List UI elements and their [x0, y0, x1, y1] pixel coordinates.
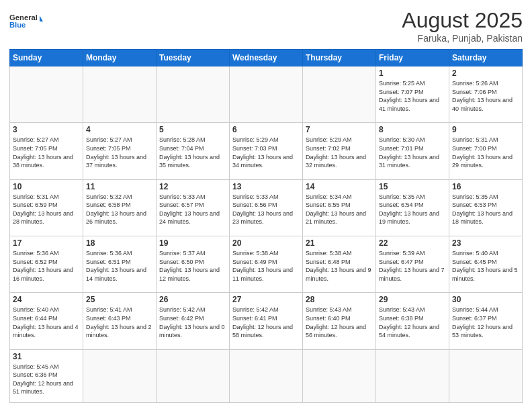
- calendar-cell: 16Sunrise: 5:35 AM Sunset: 6:53 PM Dayli…: [449, 179, 523, 236]
- calendar-cell: [10, 66, 83, 123]
- day-info: Sunrise: 5:35 AM Sunset: 6:53 PM Dayligh…: [452, 193, 519, 226]
- calendar-week-4: 24Sunrise: 5:40 AM Sunset: 6:44 PM Dayli…: [10, 293, 523, 349]
- weekday-header-monday: Monday: [83, 50, 157, 66]
- day-number: 10: [13, 182, 80, 191]
- day-info: Sunrise: 5:25 AM Sunset: 7:07 PM Dayligh…: [379, 79, 446, 113]
- month-year: August 2025: [402, 8, 523, 33]
- calendar-cell: 11Sunrise: 5:32 AM Sunset: 6:58 PM Dayli…: [83, 179, 157, 236]
- day-info: Sunrise: 5:37 AM Sunset: 6:50 PM Dayligh…: [159, 249, 226, 283]
- day-info: Sunrise: 5:44 AM Sunset: 6:37 PM Dayligh…: [452, 306, 519, 339]
- day-number: 22: [379, 238, 446, 248]
- calendar-cell: [230, 349, 303, 402]
- weekday-header-tuesday: Tuesday: [157, 50, 230, 66]
- day-number: 27: [232, 295, 300, 304]
- weekday-header-friday: Friday: [376, 50, 449, 66]
- day-number: 9: [452, 125, 519, 134]
- day-info: Sunrise: 5:39 AM Sunset: 6:47 PM Dayligh…: [379, 249, 446, 283]
- day-info: Sunrise: 5:33 AM Sunset: 6:57 PM Dayligh…: [159, 193, 226, 226]
- calendar-week-0: 1Sunrise: 5:25 AM Sunset: 7:07 PM Daylig…: [10, 66, 523, 123]
- day-info: Sunrise: 5:36 AM Sunset: 6:51 PM Dayligh…: [86, 249, 153, 283]
- day-info: Sunrise: 5:45 AM Sunset: 6:36 PM Dayligh…: [13, 363, 80, 396]
- day-info: Sunrise: 5:27 AM Sunset: 7:05 PM Dayligh…: [86, 136, 153, 169]
- day-number: 8: [379, 125, 446, 134]
- location: Faruka, Punjab, Pakistan: [402, 33, 523, 44]
- day-info: Sunrise: 5:40 AM Sunset: 6:45 PM Dayligh…: [452, 249, 519, 283]
- calendar-cell: 18Sunrise: 5:36 AM Sunset: 6:51 PM Dayli…: [83, 236, 157, 292]
- day-number: 4: [86, 125, 153, 134]
- day-number: 30: [452, 295, 519, 304]
- calendar-cell: 17Sunrise: 5:36 AM Sunset: 6:52 PM Dayli…: [10, 236, 83, 292]
- calendar-week-5: 31Sunrise: 5:45 AM Sunset: 6:36 PM Dayli…: [10, 349, 523, 402]
- day-info: Sunrise: 5:29 AM Sunset: 7:03 PM Dayligh…: [232, 136, 300, 169]
- day-number: 7: [306, 125, 373, 134]
- day-info: Sunrise: 5:42 AM Sunset: 6:41 PM Dayligh…: [232, 306, 300, 339]
- calendar-cell: 5Sunrise: 5:28 AM Sunset: 7:04 PM Daylig…: [157, 123, 230, 179]
- calendar-cell: 3Sunrise: 5:27 AM Sunset: 7:05 PM Daylig…: [10, 123, 83, 179]
- calendar-cell: [230, 66, 303, 123]
- calendar-cell: [157, 349, 230, 402]
- day-info: Sunrise: 5:31 AM Sunset: 6:59 PM Dayligh…: [13, 193, 80, 226]
- calendar-cell: 14Sunrise: 5:34 AM Sunset: 6:55 PM Dayli…: [303, 179, 376, 236]
- day-number: 3: [13, 125, 80, 134]
- calendar-cell: 10Sunrise: 5:31 AM Sunset: 6:59 PM Dayli…: [10, 179, 83, 236]
- day-number: 31: [13, 352, 80, 361]
- calendar-week-2: 10Sunrise: 5:31 AM Sunset: 6:59 PM Dayli…: [10, 179, 523, 236]
- calendar-cell: 4Sunrise: 5:27 AM Sunset: 7:05 PM Daylig…: [83, 123, 157, 179]
- svg-text:Blue: Blue: [9, 21, 26, 29]
- calendar-cell: [83, 349, 157, 402]
- weekday-header-saturday: Saturday: [449, 50, 523, 66]
- day-number: 1: [379, 68, 446, 78]
- calendar-cell: 20Sunrise: 5:38 AM Sunset: 6:49 PM Dayli…: [230, 236, 303, 292]
- calendar-cell: 21Sunrise: 5:38 AM Sunset: 6:48 PM Dayli…: [303, 236, 376, 292]
- calendar-cell: [376, 349, 449, 402]
- calendar-cell: [83, 66, 157, 123]
- calendar-cell: 26Sunrise: 5:42 AM Sunset: 6:42 PM Dayli…: [157, 293, 230, 349]
- calendar-cell: 12Sunrise: 5:33 AM Sunset: 6:57 PM Dayli…: [157, 179, 230, 236]
- day-number: 28: [306, 295, 373, 304]
- logo: General Blue: [9, 8, 43, 35]
- day-info: Sunrise: 5:40 AM Sunset: 6:44 PM Dayligh…: [13, 306, 80, 339]
- calendar-cell: 29Sunrise: 5:43 AM Sunset: 6:38 PM Dayli…: [376, 293, 449, 349]
- calendar-cell: 8Sunrise: 5:30 AM Sunset: 7:01 PM Daylig…: [376, 123, 449, 179]
- page: General Blue August 2025 Faruka, Punjab,…: [0, 0, 532, 411]
- day-number: 11: [86, 182, 153, 191]
- svg-text:General: General: [9, 13, 38, 21]
- title-block: August 2025 Faruka, Punjab, Pakistan: [402, 8, 523, 44]
- calendar-cell: 25Sunrise: 5:41 AM Sunset: 6:43 PM Dayli…: [83, 293, 157, 349]
- calendar-cell: [157, 66, 230, 123]
- calendar-cell: 1Sunrise: 5:25 AM Sunset: 7:07 PM Daylig…: [376, 66, 449, 123]
- day-info: Sunrise: 5:42 AM Sunset: 6:42 PM Dayligh…: [159, 306, 226, 339]
- calendar-cell: [303, 66, 376, 123]
- day-number: 21: [306, 238, 373, 248]
- day-info: Sunrise: 5:35 AM Sunset: 6:54 PM Dayligh…: [379, 193, 446, 226]
- day-info: Sunrise: 5:43 AM Sunset: 6:38 PM Dayligh…: [379, 306, 446, 339]
- calendar-cell: 31Sunrise: 5:45 AM Sunset: 6:36 PM Dayli…: [10, 349, 83, 402]
- day-number: 15: [379, 182, 446, 191]
- day-number: 17: [13, 238, 80, 248]
- day-info: Sunrise: 5:30 AM Sunset: 7:01 PM Dayligh…: [379, 136, 446, 169]
- calendar-cell: 22Sunrise: 5:39 AM Sunset: 6:47 PM Dayli…: [376, 236, 449, 292]
- calendar-week-3: 17Sunrise: 5:36 AM Sunset: 6:52 PM Dayli…: [10, 236, 523, 292]
- day-number: 29: [379, 295, 446, 304]
- day-info: Sunrise: 5:38 AM Sunset: 6:48 PM Dayligh…: [306, 249, 373, 283]
- day-number: 24: [13, 295, 80, 304]
- day-number: 16: [452, 182, 519, 191]
- day-info: Sunrise: 5:41 AM Sunset: 6:43 PM Dayligh…: [86, 306, 153, 339]
- calendar-cell: 15Sunrise: 5:35 AM Sunset: 6:54 PM Dayli…: [376, 179, 449, 236]
- header: General Blue August 2025 Faruka, Punjab,…: [9, 8, 523, 44]
- day-number: 14: [306, 182, 373, 191]
- day-number: 2: [452, 68, 519, 78]
- day-info: Sunrise: 5:28 AM Sunset: 7:04 PM Dayligh…: [159, 136, 226, 169]
- calendar-cell: [449, 349, 523, 402]
- calendar-cell: 27Sunrise: 5:42 AM Sunset: 6:41 PM Dayli…: [230, 293, 303, 349]
- weekday-header-row: SundayMondayTuesdayWednesdayThursdayFrid…: [10, 50, 523, 66]
- svg-marker-2: [40, 15, 43, 21]
- calendar-week-1: 3Sunrise: 5:27 AM Sunset: 7:05 PM Daylig…: [10, 123, 523, 179]
- day-info: Sunrise: 5:29 AM Sunset: 7:02 PM Dayligh…: [306, 136, 373, 169]
- day-number: 23: [452, 238, 519, 248]
- day-number: 20: [232, 238, 300, 248]
- calendar-cell: 2Sunrise: 5:26 AM Sunset: 7:06 PM Daylig…: [449, 66, 523, 123]
- day-number: 25: [86, 295, 153, 304]
- day-info: Sunrise: 5:31 AM Sunset: 7:00 PM Dayligh…: [452, 136, 519, 169]
- logo-svg: General Blue: [9, 8, 43, 35]
